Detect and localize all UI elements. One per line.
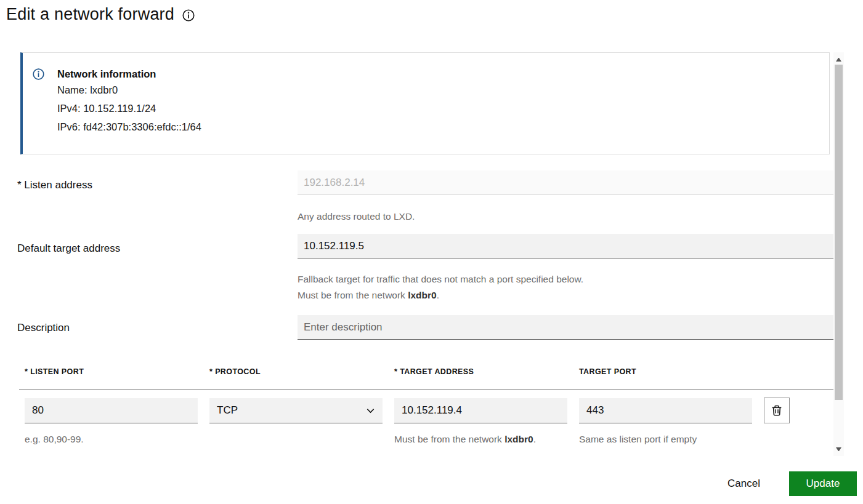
listen-address-label: * Listen address bbox=[17, 179, 92, 191]
edit-network-forward-page: Edit a network forward Network informati… bbox=[0, 0, 863, 504]
vertical-scrollbar[interactable] bbox=[833, 52, 844, 456]
listen-port-input[interactable] bbox=[25, 398, 198, 423]
protocol-selected-value: TCP bbox=[217, 404, 238, 417]
description-label: Description bbox=[17, 322, 70, 334]
scrollbar-down-arrow[interactable] bbox=[836, 447, 841, 451]
help-line-1: Fallback target for traffic that does no… bbox=[298, 274, 583, 284]
listen-port-help: e.g. 80,90-99. bbox=[25, 434, 84, 445]
target-address-column-header: * TARGET ADDRESS bbox=[394, 367, 474, 376]
page-title-row: Edit a network forward bbox=[6, 5, 195, 24]
scrollbar-up-arrow[interactable] bbox=[836, 58, 841, 62]
protocol-select[interactable]: TCP bbox=[209, 398, 383, 423]
network-information-content: Network information Name: lxdbr0 IPv4: 1… bbox=[57, 68, 201, 136]
update-button[interactable]: Update bbox=[789, 471, 857, 496]
target-address-input[interactable] bbox=[394, 398, 567, 423]
listen-address-input[interactable] bbox=[298, 170, 833, 195]
network-information-banner: Network information Name: lxdbr0 IPv4: 1… bbox=[20, 52, 830, 154]
cancel-button[interactable]: Cancel bbox=[716, 471, 771, 496]
help-line-2-prefix: Must be from the network bbox=[298, 290, 408, 300]
trash-icon bbox=[771, 405, 782, 416]
target-address-help-suffix: . bbox=[533, 434, 536, 444]
chevron-down-icon bbox=[366, 406, 375, 415]
table-header-divider bbox=[19, 389, 833, 390]
listen-port-column-header: * LISTEN PORT bbox=[25, 367, 84, 376]
default-target-address-help: Fallback target for traffic that does no… bbox=[298, 271, 583, 303]
target-address-help: Must be from the network lxdbr0. bbox=[394, 434, 536, 445]
network-information-title: Network information bbox=[57, 68, 201, 81]
target-port-help: Same as listen port if empty bbox=[579, 434, 697, 445]
default-target-address-label: Default target address bbox=[17, 242, 120, 255]
info-icon bbox=[33, 68, 44, 80]
network-name-line: Name: lxdbr0 bbox=[57, 81, 201, 99]
network-name: lxdbr0 bbox=[504, 434, 533, 444]
network-name: lxdbr0 bbox=[408, 290, 437, 300]
listen-address-help: Any address routed to LXD. bbox=[298, 209, 415, 225]
protocol-column-header: * PROTOCOL bbox=[209, 367, 261, 376]
help-line-2-suffix: . bbox=[437, 290, 439, 300]
target-address-help-prefix: Must be from the network bbox=[394, 434, 504, 444]
network-ipv6-line: IPv6: fd42:307b:3306:efdc::1/64 bbox=[57, 118, 201, 136]
network-ipv4-line: IPv4: 10.152.119.1/24 bbox=[57, 99, 201, 118]
scrollbar-thumb[interactable] bbox=[835, 65, 843, 400]
target-port-column-header: TARGET PORT bbox=[579, 367, 636, 376]
default-target-address-input[interactable] bbox=[298, 234, 833, 258]
info-icon[interactable] bbox=[182, 9, 195, 22]
delete-port-button[interactable] bbox=[764, 398, 790, 423]
page-title: Edit a network forward bbox=[6, 5, 174, 24]
target-port-input[interactable] bbox=[579, 398, 752, 423]
description-input[interactable] bbox=[298, 315, 833, 340]
